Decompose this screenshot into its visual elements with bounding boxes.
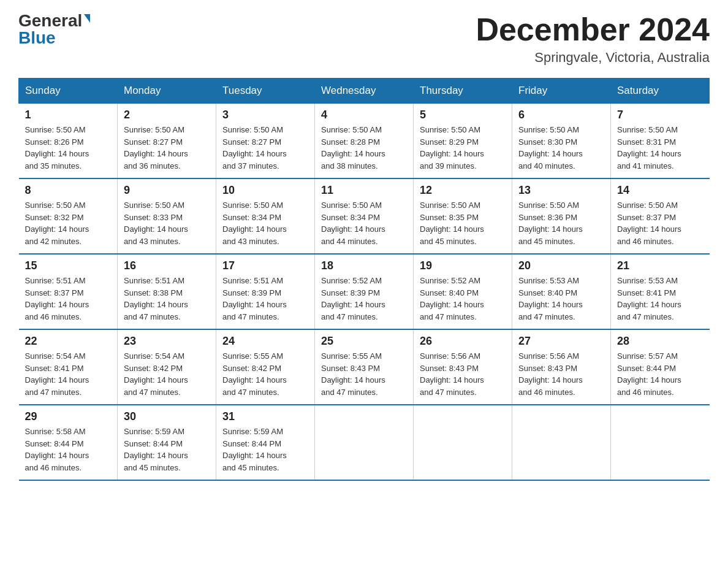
calendar-cell: 27 Sunrise: 5:56 AM Sunset: 8:43 PM Dayl…: [512, 329, 611, 405]
calendar-cell: 26 Sunrise: 5:56 AM Sunset: 8:43 PM Dayl…: [414, 329, 512, 405]
calendar-cell: 30 Sunrise: 5:59 AM Sunset: 8:44 PM Dayl…: [118, 405, 216, 480]
column-header-friday: Friday: [512, 79, 611, 104]
day-info: Sunrise: 5:50 AM Sunset: 8:26 PM Dayligh…: [25, 124, 112, 172]
calendar-cell: 8 Sunrise: 5:50 AM Sunset: 8:32 PM Dayli…: [19, 178, 118, 254]
calendar-cell: 23 Sunrise: 5:54 AM Sunset: 8:42 PM Dayl…: [118, 329, 216, 405]
column-header-sunday: Sunday: [19, 79, 118, 104]
day-number: 27: [518, 335, 604, 348]
day-info: Sunrise: 5:50 AM Sunset: 8:35 PM Dayligh…: [420, 199, 506, 247]
day-number: 17: [222, 259, 308, 272]
day-info: Sunrise: 5:50 AM Sunset: 8:28 PM Dayligh…: [321, 124, 407, 172]
day-number: 24: [222, 335, 308, 348]
calendar-week-row: 22 Sunrise: 5:54 AM Sunset: 8:41 PM Dayl…: [19, 329, 710, 405]
calendar-cell: 31 Sunrise: 5:59 AM Sunset: 8:44 PM Dayl…: [216, 405, 315, 480]
month-title: December 2024: [476, 12, 710, 47]
day-info: Sunrise: 5:51 AM Sunset: 8:38 PM Dayligh…: [124, 275, 210, 323]
column-header-tuesday: Tuesday: [216, 79, 315, 104]
day-number: 1: [25, 109, 112, 121]
day-info: Sunrise: 5:58 AM Sunset: 8:44 PM Dayligh…: [25, 426, 112, 473]
calendar-cell: 10 Sunrise: 5:50 AM Sunset: 8:34 PM Dayl…: [216, 178, 315, 254]
day-info: Sunrise: 5:50 AM Sunset: 8:37 PM Dayligh…: [617, 199, 703, 247]
calendar-cell: 6 Sunrise: 5:50 AM Sunset: 8:30 PM Dayli…: [512, 104, 611, 179]
calendar-cell: 28 Sunrise: 5:57 AM Sunset: 8:44 PM Dayl…: [611, 329, 710, 405]
day-number: 13: [518, 184, 604, 197]
calendar-cell: 19 Sunrise: 5:52 AM Sunset: 8:40 PM Dayl…: [414, 254, 512, 329]
day-info: Sunrise: 5:50 AM Sunset: 8:34 PM Dayligh…: [222, 199, 308, 247]
calendar-cell: [512, 405, 611, 480]
column-header-thursday: Thursday: [414, 79, 512, 104]
day-info: Sunrise: 5:52 AM Sunset: 8:39 PM Dayligh…: [321, 275, 407, 323]
column-header-wednesday: Wednesday: [315, 79, 414, 104]
day-number: 8: [25, 184, 112, 197]
calendar-cell: 17 Sunrise: 5:51 AM Sunset: 8:39 PM Dayl…: [216, 254, 315, 329]
calendar-cell: 29 Sunrise: 5:58 AM Sunset: 8:44 PM Dayl…: [19, 405, 118, 480]
calendar-cell: 20 Sunrise: 5:53 AM Sunset: 8:40 PM Dayl…: [512, 254, 611, 329]
column-header-monday: Monday: [118, 79, 216, 104]
calendar-cell: 22 Sunrise: 5:54 AM Sunset: 8:41 PM Dayl…: [19, 329, 118, 405]
calendar-cell: 15 Sunrise: 5:51 AM Sunset: 8:37 PM Dayl…: [19, 254, 118, 329]
day-info: Sunrise: 5:50 AM Sunset: 8:27 PM Dayligh…: [124, 124, 210, 172]
day-info: Sunrise: 5:56 AM Sunset: 8:43 PM Dayligh…: [420, 350, 506, 398]
calendar-cell: 2 Sunrise: 5:50 AM Sunset: 8:27 PM Dayli…: [118, 104, 216, 179]
day-info: Sunrise: 5:52 AM Sunset: 8:40 PM Dayligh…: [420, 275, 506, 323]
day-info: Sunrise: 5:51 AM Sunset: 8:37 PM Dayligh…: [25, 275, 112, 323]
day-number: 16: [124, 259, 210, 272]
day-number: 30: [124, 410, 210, 423]
day-info: Sunrise: 5:53 AM Sunset: 8:41 PM Dayligh…: [617, 275, 703, 323]
calendar-cell: 5 Sunrise: 5:50 AM Sunset: 8:29 PM Dayli…: [414, 104, 512, 179]
title-block: December 2024 Springvale, Victoria, Aust…: [476, 12, 710, 66]
day-number: 25: [321, 335, 407, 348]
location-subtitle: Springvale, Victoria, Australia: [476, 50, 710, 66]
calendar-week-row: 1 Sunrise: 5:50 AM Sunset: 8:26 PM Dayli…: [19, 104, 710, 179]
logo-general-text: General: [18, 12, 82, 29]
day-number: 18: [321, 259, 407, 272]
day-number: 14: [617, 184, 703, 197]
day-number: 21: [617, 259, 703, 272]
calendar-cell: 13 Sunrise: 5:50 AM Sunset: 8:36 PM Dayl…: [512, 178, 611, 254]
calendar-cell: 7 Sunrise: 5:50 AM Sunset: 8:31 PM Dayli…: [611, 104, 710, 179]
day-info: Sunrise: 5:56 AM Sunset: 8:43 PM Dayligh…: [518, 350, 604, 398]
day-number: 23: [124, 335, 210, 348]
calendar-cell: [315, 405, 414, 480]
day-number: 6: [518, 109, 604, 121]
day-info: Sunrise: 5:50 AM Sunset: 8:31 PM Dayligh…: [617, 124, 703, 172]
calendar-cell: 1 Sunrise: 5:50 AM Sunset: 8:26 PM Dayli…: [19, 104, 118, 179]
day-info: Sunrise: 5:59 AM Sunset: 8:44 PM Dayligh…: [124, 426, 210, 473]
day-number: 5: [420, 109, 506, 121]
day-info: Sunrise: 5:50 AM Sunset: 8:33 PM Dayligh…: [124, 199, 210, 247]
day-info: Sunrise: 5:51 AM Sunset: 8:39 PM Dayligh…: [222, 275, 308, 323]
calendar-week-row: 15 Sunrise: 5:51 AM Sunset: 8:37 PM Dayl…: [19, 254, 710, 329]
day-number: 22: [25, 335, 112, 348]
logo-blue-text: Blue: [18, 29, 56, 47]
calendar-cell: 18 Sunrise: 5:52 AM Sunset: 8:39 PM Dayl…: [315, 254, 414, 329]
day-number: 3: [222, 109, 308, 121]
day-number: 9: [124, 184, 210, 197]
day-info: Sunrise: 5:50 AM Sunset: 8:30 PM Dayligh…: [518, 124, 604, 172]
calendar-week-row: 8 Sunrise: 5:50 AM Sunset: 8:32 PM Dayli…: [19, 178, 710, 254]
day-number: 11: [321, 184, 407, 197]
day-info: Sunrise: 5:50 AM Sunset: 8:32 PM Dayligh…: [25, 199, 112, 247]
day-number: 29: [25, 410, 112, 423]
logo: General Blue: [18, 12, 90, 47]
day-info: Sunrise: 5:59 AM Sunset: 8:44 PM Dayligh…: [222, 426, 308, 473]
calendar-cell: 4 Sunrise: 5:50 AM Sunset: 8:28 PM Dayli…: [315, 104, 414, 179]
day-number: 15: [25, 259, 112, 272]
page-header: General Blue December 2024 Springvale, V…: [18, 12, 710, 66]
day-info: Sunrise: 5:50 AM Sunset: 8:34 PM Dayligh…: [321, 199, 407, 247]
day-info: Sunrise: 5:55 AM Sunset: 8:42 PM Dayligh…: [222, 350, 308, 398]
day-info: Sunrise: 5:53 AM Sunset: 8:40 PM Dayligh…: [518, 275, 604, 323]
day-number: 20: [518, 259, 604, 272]
calendar-cell: 3 Sunrise: 5:50 AM Sunset: 8:27 PM Dayli…: [216, 104, 315, 179]
day-number: 4: [321, 109, 407, 121]
calendar-cell: 14 Sunrise: 5:50 AM Sunset: 8:37 PM Dayl…: [611, 178, 710, 254]
day-info: Sunrise: 5:54 AM Sunset: 8:41 PM Dayligh…: [25, 350, 112, 398]
calendar-table: SundayMondayTuesdayWednesdayThursdayFrid…: [18, 78, 710, 481]
day-number: 26: [420, 335, 506, 348]
logo-triangle-icon: [84, 14, 90, 23]
calendar-cell: 12 Sunrise: 5:50 AM Sunset: 8:35 PM Dayl…: [414, 178, 512, 254]
calendar-cell: [611, 405, 710, 480]
day-number: 12: [420, 184, 506, 197]
calendar-cell: 11 Sunrise: 5:50 AM Sunset: 8:34 PM Dayl…: [315, 178, 414, 254]
calendar-week-row: 29 Sunrise: 5:58 AM Sunset: 8:44 PM Dayl…: [19, 405, 710, 480]
day-number: 10: [222, 184, 308, 197]
